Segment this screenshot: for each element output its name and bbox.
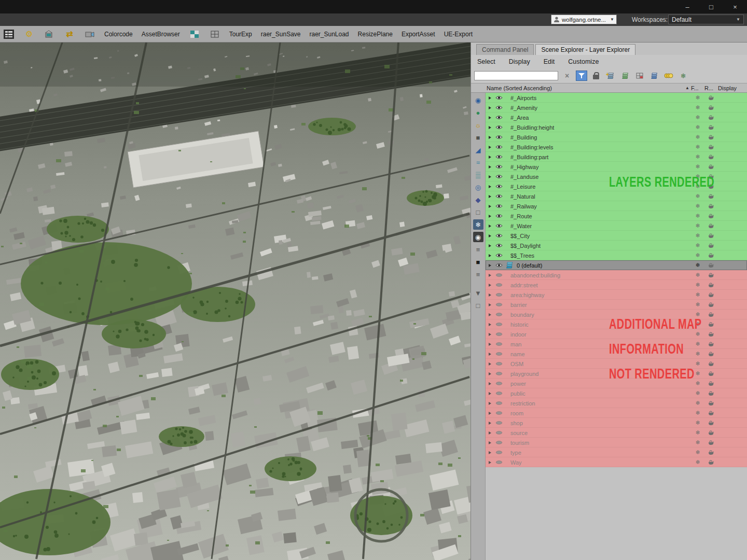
layer-row[interactable]: tourism❄: [486, 438, 747, 447]
visibility-eye-icon[interactable]: [494, 421, 504, 425]
expand-arrow-icon[interactable]: [486, 264, 494, 267]
add-selection-to-layer-button[interactable]: [619, 71, 631, 81]
expand-arrow-icon[interactable]: [486, 412, 494, 415]
renderable-icon[interactable]: [704, 233, 718, 239]
layer-row[interactable]: #_Water❄: [486, 221, 747, 231]
renderable-icon[interactable]: [704, 154, 718, 160]
expand-arrow-icon[interactable]: [486, 116, 494, 119]
expand-arrow-icon[interactable]: [486, 274, 494, 277]
layer-row[interactable]: #_Building:part❄: [486, 152, 747, 162]
column-frozen[interactable]: F...: [691, 85, 704, 91]
clear-search-icon[interactable]: ×: [561, 71, 573, 81]
freeze-snowflake-icon[interactable]: ❄: [691, 213, 704, 219]
layer-row[interactable]: #_Natural❄: [486, 191, 747, 201]
column-display[interactable]: Display: [718, 85, 747, 91]
renderable-icon[interactable]: [704, 450, 718, 455]
expand-arrow-icon[interactable]: [486, 392, 494, 395]
visibility-eye-icon[interactable]: [494, 342, 504, 346]
camera-export-icon[interactable]: [84, 29, 95, 39]
properties-list-icon[interactable]: ≡: [473, 269, 483, 279]
visibility-eye-icon[interactable]: [494, 214, 504, 218]
toolbar-button-ueexport[interactable]: UE-Export: [444, 31, 473, 38]
renderable-icon[interactable]: [704, 124, 718, 130]
asset-box-icon[interactable]: [44, 29, 55, 39]
layer-row[interactable]: #_Airports❄: [486, 93, 747, 103]
layer-row[interactable]: source❄: [486, 428, 747, 438]
visibility-eye-icon[interactable]: [494, 332, 504, 337]
folder-icon[interactable]: □: [473, 300, 483, 311]
expand-arrow-icon[interactable]: [486, 293, 494, 297]
visibility-eye-icon[interactable]: [494, 145, 504, 149]
expand-arrow-icon[interactable]: [486, 451, 494, 454]
display-materials-icon[interactable]: ▒: [473, 170, 483, 180]
sort-ascending-icon[interactable]: ▲: [684, 86, 691, 90]
layer-row[interactable]: #_Area❄: [486, 113, 747, 122]
layer-row[interactable]: room❄: [486, 408, 747, 418]
expand-arrow-icon[interactable]: [486, 106, 494, 109]
renderable-icon[interactable]: [704, 371, 718, 376]
freeze-snowflake-icon[interactable]: ❄: [691, 242, 704, 249]
toolbar-button-exportasset[interactable]: ExportAsset: [402, 31, 435, 38]
renderable-icon[interactable]: [704, 440, 718, 445]
expand-arrow-icon[interactable]: [486, 382, 494, 385]
visibility-eye-icon[interactable]: [494, 253, 504, 258]
maximize-button[interactable]: □: [699, 0, 723, 13]
layer-row[interactable]: abandoned:building❄: [486, 270, 747, 280]
visibility-eye-icon[interactable]: [494, 411, 504, 415]
coins-button[interactable]: [663, 71, 674, 81]
freeze-snowflake-icon[interactable]: ❄: [691, 203, 704, 209]
layer-row[interactable]: public❄: [486, 388, 747, 398]
freeze-snowflake-icon[interactable]: ❄: [691, 124, 704, 131]
toolbar-button-sunsave[interactable]: raer_SunSave: [261, 31, 301, 38]
close-button[interactable]: ×: [723, 0, 747, 13]
display-helpers-icon[interactable]: ◢: [473, 145, 483, 155]
filter-selection-button[interactable]: [576, 71, 587, 81]
freeze-snowflake-icon[interactable]: ❄: [691, 104, 704, 111]
renderable-icon[interactable]: [704, 115, 718, 120]
freeze-snowflake-icon[interactable]: ❄: [691, 144, 704, 150]
freeze-snowflake-icon[interactable]: ❄: [691, 429, 704, 436]
expand-arrow-icon[interactable]: [486, 195, 494, 198]
visibility-eye-icon[interactable]: [494, 204, 504, 208]
visibility-eye-icon[interactable]: [494, 460, 504, 465]
freeze-snowflake-icon[interactable]: ❄: [691, 262, 704, 269]
freeze-snowflake-icon[interactable]: ❄: [691, 291, 704, 298]
renderable-icon[interactable]: [704, 321, 718, 327]
renderable-icon[interactable]: [704, 351, 718, 357]
visibility-eye-icon[interactable]: [494, 283, 504, 287]
renderable-icon[interactable]: [704, 144, 718, 150]
visibility-eye-icon[interactable]: [494, 174, 504, 179]
visibility-eye-icon[interactable]: [494, 105, 504, 110]
app-grid-icon[interactable]: [3, 29, 15, 39]
expand-arrow-icon[interactable]: [486, 185, 494, 188]
layer-row[interactable]: #_Route❄: [486, 211, 747, 221]
expand-arrow-icon[interactable]: [486, 343, 494, 346]
renderable-icon[interactable]: [704, 95, 718, 101]
layer-row[interactable]: area:highway❄: [486, 290, 747, 300]
visibility-eye-icon[interactable]: [494, 263, 504, 268]
freeze-snowflake-icon[interactable]: ❄: [691, 351, 704, 357]
visibility-eye-icon[interactable]: [494, 233, 504, 238]
freeze-snowflake-icon[interactable]: ❄: [691, 94, 704, 101]
toolbar-button-resizeplane[interactable]: ResizePlane: [358, 31, 393, 38]
visibility-eye-icon[interactable]: [494, 273, 504, 277]
renderable-icon[interactable]: [704, 282, 718, 288]
visibility-eye-icon[interactable]: [494, 401, 504, 405]
layer-row[interactable]: shop❄: [486, 418, 747, 428]
renderable-icon[interactable]: [704, 193, 718, 199]
nested-layers-button[interactable]: [648, 71, 660, 81]
freeze-snowflake-icon[interactable]: ❄: [691, 341, 704, 347]
toolbar-button-tourexp[interactable]: TourExp: [229, 31, 252, 38]
transfer-arrows-icon[interactable]: ⇄: [64, 29, 75, 39]
freeze-snowflake-icon[interactable]: ❄: [691, 153, 704, 160]
visibility-eye-icon[interactable]: [494, 361, 504, 366]
expand-arrow-icon[interactable]: [486, 313, 494, 316]
display-world-icon[interactable]: ◎: [473, 182, 483, 192]
visibility-eye-icon[interactable]: [494, 164, 504, 169]
menu-edit[interactable]: Edit: [544, 58, 555, 65]
display-visibility-icon[interactable]: ◉: [473, 232, 483, 242]
create-new-layer-button[interactable]: +: [605, 71, 616, 81]
display-frozen-icon[interactable]: ❄: [473, 219, 483, 230]
freeze-snowflake-icon[interactable]: ❄: [691, 282, 704, 288]
renderable-icon[interactable]: [704, 400, 718, 406]
